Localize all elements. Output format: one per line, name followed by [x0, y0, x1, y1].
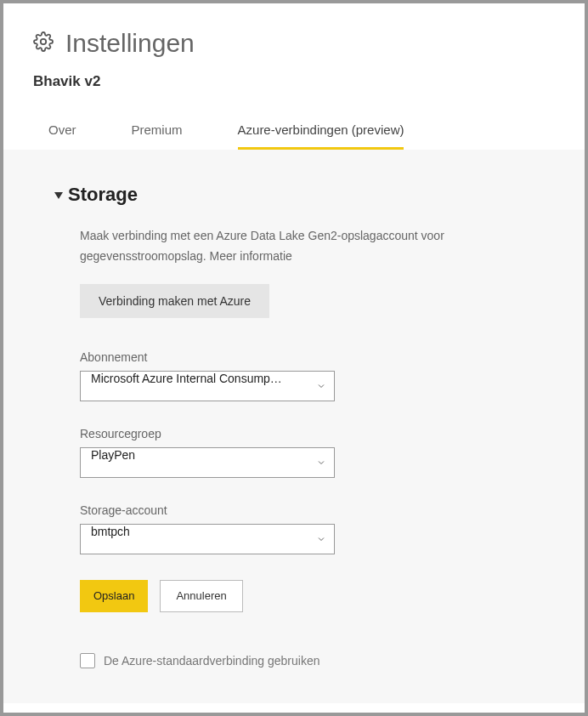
save-button[interactable]: Opslaan [80, 580, 148, 612]
default-connection-label: De Azure-standaardverbinding gebruiken [104, 654, 320, 668]
more-info-link[interactable]: Meer informatie [210, 249, 292, 263]
cancel-button[interactable]: Annuleren [160, 580, 242, 612]
subscription-label: Abonnement [80, 350, 559, 364]
page-title: Instellingen [65, 29, 195, 58]
gear-icon [33, 31, 54, 55]
section-header-storage[interactable]: Storage [54, 184, 585, 206]
tabs: Over Premium Azure-verbindingen (preview… [33, 117, 559, 150]
section-title: Storage [68, 184, 138, 206]
caret-down-icon [54, 192, 63, 199]
workspace-name: Bhavik v2 [33, 73, 559, 90]
svg-point-0 [41, 39, 46, 44]
subscription-select[interactable]: Microsoft Azure Internal Consump… [80, 371, 335, 401]
tab-over[interactable]: Over [48, 117, 76, 150]
storage-account-select[interactable]: bmtpch [80, 524, 335, 554]
connect-azure-button[interactable]: Verbinding maken met Azure [80, 284, 269, 318]
default-connection-checkbox[interactable] [80, 653, 95, 668]
tab-premium[interactable]: Premium [132, 117, 183, 150]
resource-group-select[interactable]: PlayPen [80, 447, 335, 478]
storage-account-label: Storage-account [80, 503, 559, 517]
resource-group-label: Resourcegroep [80, 427, 559, 440]
tab-azure-connections[interactable]: Azure-verbindingen (preview) [238, 117, 404, 150]
storage-description: Maak verbinding met een Azure Data Lake … [80, 226, 559, 267]
